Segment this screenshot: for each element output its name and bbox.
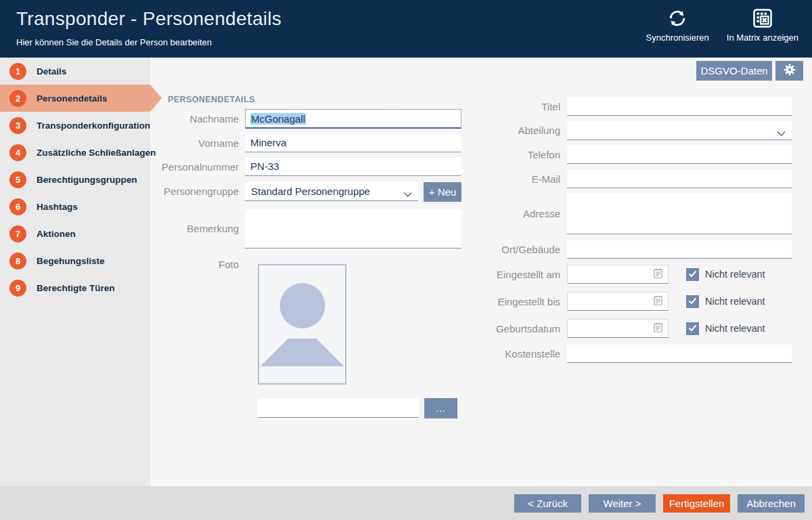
email-input[interactable] [567,170,792,188]
synchronize-label: Synchronisieren [646,32,709,43]
titel-label: Titel [479,98,567,116]
check-icon [688,295,697,307]
finish-button[interactable]: Fertigstellen [663,494,730,513]
avatar-head-icon [279,283,325,328]
abteilung-label: Abteilung [479,121,567,140]
step-number-badge: 1 [9,63,26,80]
sidebar-item-aktionen[interactable]: 7 Aktionen [0,220,150,247]
step-number-badge: 5 [9,171,26,188]
wizard-sidebar: 1 Details 2 Personendetails 3 Transponde… [0,58,150,486]
show-in-matrix-button[interactable]: In Matrix anzeigen [727,7,798,43]
matrix-icon [752,7,773,29]
personengruppe-label: Personengruppe [150,182,245,202]
step-number-badge: 9 [9,280,26,297]
section-title: PERSONENDETAILS [168,95,255,104]
photo-path-input[interactable] [258,398,419,418]
page-title: Transponder - Personendetails [16,8,281,30]
geburtsdatum-date-input[interactable] [567,319,669,338]
header-bar: Transponder - Personendetails Hier könne… [0,0,812,58]
sidebar-item-details[interactable]: 1 Details [0,58,150,85]
sidebar-item-hashtags[interactable]: 6 Hashtags [0,193,150,220]
vorname-input[interactable]: Minerva [245,134,461,152]
selected-text: McGonagall [250,113,306,125]
step-number-badge: 6 [9,198,26,215]
page-subtitle: Hier können Sie die Details der Person b… [16,37,212,47]
titel-input[interactable] [567,98,792,116]
eingestellt-bis-nicht-relevant-checkbox[interactable] [686,295,699,308]
step-number-badge: 7 [9,225,26,242]
back-button[interactable]: < Zurück [514,494,581,513]
check-icon [688,268,697,280]
main-content: DSGVO-Daten PERS [150,58,812,486]
eingestellt-am-label: Eingestellt am [479,269,567,280]
check-icon [688,322,697,334]
calendar-icon [652,267,664,282]
kostenstelle-input[interactable] [567,345,792,363]
adresse-label: Adresse [479,193,567,234]
cancel-button[interactable]: Abbrechen [738,494,805,513]
telefon-label: Telefon [479,146,567,164]
adresse-textarea[interactable] [567,193,792,234]
personalnummer-input[interactable]: PN-33 [245,158,461,176]
step-number-badge: 4 [9,144,26,161]
sidebar-item-begehungsliste[interactable]: 8 Begehungsliste [0,247,150,274]
bemerkung-textarea[interactable] [245,209,461,248]
step-number-badge: 2 [9,90,26,107]
nachname-input[interactable]: McGonagall [245,109,461,129]
sidebar-item-berechtigte-tueren[interactable]: 9 Berechtigte Türen [0,274,150,301]
eingestellt-am-nicht-relevant-checkbox[interactable] [686,268,699,281]
sidebar-item-transponderkonfiguration[interactable]: 3 Transponderkonfiguration [0,112,150,139]
next-button[interactable]: Weiter > [589,494,656,513]
chevron-down-icon [777,127,786,133]
telefon-input[interactable] [567,146,792,164]
step-number-badge: 8 [9,253,26,269]
calendar-icon [652,295,664,309]
personengruppe-select[interactable]: Standard Personengruppe [245,182,418,201]
sidebar-item-personendetails[interactable]: 2 Personendetails [0,85,150,112]
chevron-down-icon [403,188,412,194]
foto-label: Foto [150,259,245,270]
show-in-matrix-label: In Matrix anzeigen [727,32,798,43]
sidebar-item-berechtigungsgruppen[interactable]: 5 Berechtigungsgruppen [0,166,150,193]
abteilung-select[interactable] [567,121,792,140]
browse-photo-button[interactable]: ... [424,398,457,418]
footer-bar: < Zurück Weiter > Fertigstellen Abbreche… [0,486,812,520]
eingestellt-bis-date-input[interactable] [567,292,669,311]
step-number-badge: 3 [9,117,26,134]
app-window: Transponder - Personendetails Hier könne… [0,0,812,520]
settings-gear-button[interactable] [775,61,803,81]
ort-gebaeude-input[interactable] [567,240,792,259]
geburtsdatum-label: Geburtsdatum [479,323,567,334]
eingestellt-bis-label: Eingestellt bis [479,296,567,307]
avatar-body-icon [261,339,344,366]
header-actions: Synchronisieren [646,7,798,43]
email-label: E-Mail [479,170,567,188]
bemerkung-label: Bemerkung [150,209,245,248]
sync-icon [667,7,688,29]
geburtsdatum-nicht-relevant-checkbox[interactable] [686,322,699,335]
kostenstelle-label: Kostenstelle [479,345,567,363]
sidebar-item-zusaetzliche-schliessanlagen[interactable]: 4 Zusätzliche Schließanlagen [0,139,150,166]
calendar-icon [652,322,664,336]
photo-placeholder[interactable] [258,264,346,385]
dsgvo-data-button[interactable]: DSGVO-Daten [696,61,772,81]
ort-gebaeude-label: Ort/Gebäude [479,240,567,259]
new-persongroup-button[interactable]: + Neu [424,182,461,202]
gear-icon [783,63,796,79]
nachname-label: Nachname [150,109,245,129]
personalnummer-label: Personalnummer [150,158,245,176]
eingestellt-am-date-input[interactable] [567,265,669,284]
synchronize-button[interactable]: Synchronisieren [646,7,709,43]
vorname-label: Vorname [150,134,245,152]
